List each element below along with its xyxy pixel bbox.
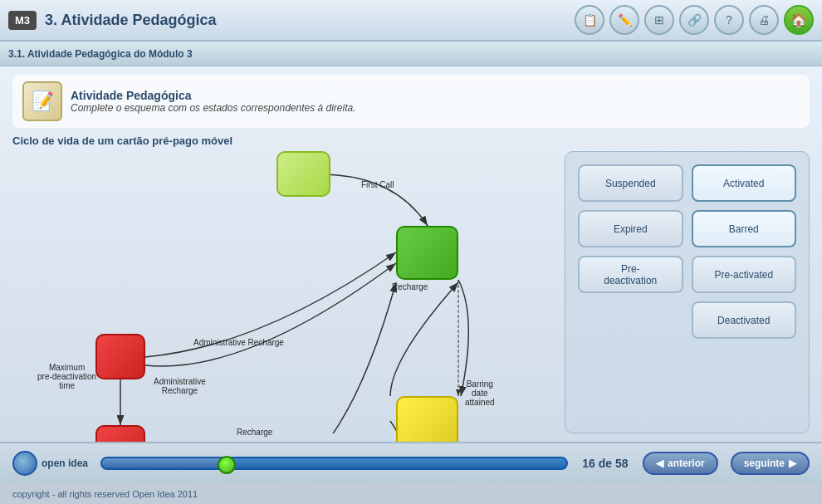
diagram-title: Ciclo de vida de um cartão pré-pago móve… [12,135,810,147]
state-max-pre-deact[interactable] [95,334,145,379]
prev-arrow-icon: ◀ [656,458,663,469]
module-badge: M3 [8,11,37,30]
right-col-2: Activated Barred Pre-activated Deactivat… [692,164,797,420]
progress-dot [218,456,236,474]
label-max-pre-deact: Maximumpre-deactivationtime [37,363,96,390]
link-icon-btn[interactable]: 🔗 [679,5,709,35]
logo-text: open idea [42,458,88,469]
activity-icon: 📝 [22,81,62,121]
next-label: seguinte [744,458,785,469]
label-deactivated[interactable]: Deactivated [692,301,797,339]
notes-icon-btn[interactable]: 📋 [575,5,604,35]
sub-header-text: 3.1. Atividade Pedagógica do Módulo 3 [8,48,193,60]
print-icon-btn[interactable]: 🖨 [749,5,779,35]
page-title: 3. Atividade Pedagógica [45,12,216,29]
label-recharge-3: Recharge [392,282,428,291]
label-barred[interactable]: Barred [692,210,797,247]
state-activated[interactable] [396,226,458,280]
next-button[interactable]: seguinte ▶ [731,452,810,475]
progress-fill [102,458,228,468]
activity-box: 📝 Atividade Pedagógica Complete o esquem… [12,75,810,128]
label-barring-date: Barringdateattained [465,379,495,407]
right-panel: Suspended Expired Pre-deactivation Activ… [565,151,810,433]
progress-bar [100,457,568,470]
right-col-1: Suspended Expired Pre-deactivation [578,164,683,420]
copyright: copyright - all rights reserved Open Ide… [0,483,822,504]
label-activated[interactable]: Activated [692,164,797,202]
label-admin-recharge-2: AdministrativeRecharge [154,377,206,395]
label-expired[interactable]: Expired [578,210,683,247]
label-pre-deactivation[interactable]: Pre-deactivation [578,256,683,293]
main-content: 📝 Atividade Pedagógica Complete o esquem… [0,66,822,442]
state-pre-activated[interactable] [276,151,330,197]
sub-header: 3.1. Atividade Pedagógica do Módulo 3 [0,42,822,66]
header-toolbar: 📋 ✏️ ⊞ 🔗 ? 🖨 🏠 [575,5,814,35]
label-pre-activated[interactable]: Pre-activated [692,256,797,293]
label-recharge-1: Recharge [237,428,272,437]
activity-subtitle: Complete o esquema com os estados corres… [71,102,356,114]
label-admin-recharge-1: Administrative Recharge [193,338,284,347]
grid-icon-btn[interactable]: ⊞ [644,5,674,35]
diagram-area: First Call Administrative Recharge Admin… [12,151,527,433]
logo-circle [12,451,37,476]
header: M3 3. Atividade Pedagógica 📋 ✏️ ⊞ 🔗 ? 🖨 … [0,0,822,42]
edit-icon-btn[interactable]: ✏️ [609,5,639,35]
prev-button[interactable]: ◀ anterior [643,452,718,475]
footer: open idea 16 de 58 ◀ anterior seguinte ▶ [0,442,822,483]
prev-label: anterior [668,458,705,469]
logo: open idea [12,451,88,476]
help-icon-btn[interactable]: ? [714,5,744,35]
diagram-arrows [12,151,527,433]
home-icon-btn[interactable]: 🏠 [784,5,814,35]
label-suspended[interactable]: Suspended [578,164,683,202]
next-arrow-icon: ▶ [789,458,796,469]
page-indicator: 16 de 58 [580,457,630,470]
label-first-call: First Call [361,180,394,189]
activity-title: Atividade Pedagógica [71,89,356,102]
copyright-text: copyright - all rights reserved Open Ide… [12,489,198,499]
